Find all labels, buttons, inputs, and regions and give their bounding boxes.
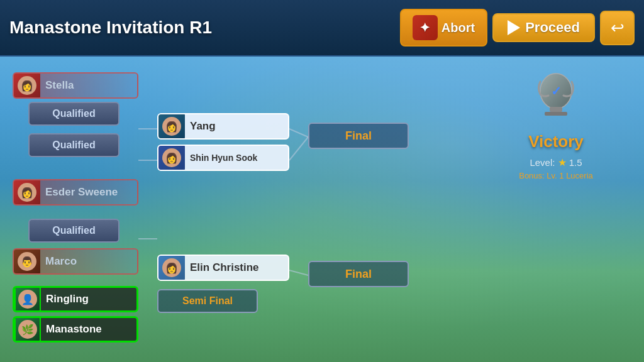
- qualified-label-1: Qualified: [52, 108, 95, 119]
- player-slot-manastone: 🌿 Manastone: [13, 316, 138, 343]
- victory-title: Victory: [487, 132, 625, 151]
- abort-icon: ✦: [413, 15, 438, 40]
- face-stella: 👩: [18, 76, 36, 95]
- face-ringling: 👤: [18, 290, 37, 309]
- play-icon: [508, 20, 520, 35]
- victory-level: Level: ★ 1.5: [487, 156, 625, 168]
- svg-line-3: [289, 129, 308, 137]
- qualified-badge-3: Qualified: [28, 219, 119, 243]
- svg-line-5: [289, 270, 308, 275]
- final-badge-2: Final: [308, 261, 409, 287]
- victory-bonus: Bonus: Lv. 1 Luceria: [487, 171, 625, 180]
- qualified-badge-1: Qualified: [28, 102, 119, 126]
- face-marco: 👨: [18, 252, 36, 271]
- svg-rect-8: [545, 112, 567, 116]
- level-value: 1.5: [569, 157, 582, 168]
- face-esder: 👩: [18, 183, 36, 202]
- final-label-1: Final: [345, 129, 372, 143]
- level-label: Level:: [530, 157, 555, 168]
- name-yang: Yang: [185, 120, 221, 133]
- header-buttons: ✦ Abort Proceed ↩: [400, 9, 635, 47]
- avatar-stella: 👩: [14, 72, 40, 99]
- trophy-icon: ✓: [531, 69, 581, 119]
- final-label-2: Final: [345, 268, 372, 281]
- main-content: 👩 Stella Qualified 👩 Yang Qualified 👩 Sh…: [0, 57, 644, 362]
- name-manastone: Manastone: [41, 323, 107, 336]
- qualified-label-2: Qualified: [52, 140, 95, 151]
- svg-rect-7: [550, 107, 562, 112]
- victory-panel: ✓ Victory Level: ★ 1.5 Bonus: Lv. 1 Luce…: [487, 69, 625, 180]
- player-slot-stella: 👩 Stella: [13, 72, 138, 99]
- semifinal-label: Semi Final: [182, 295, 233, 307]
- name-stella: Stella: [40, 79, 79, 92]
- name-ringling: Ringling: [41, 293, 94, 305]
- face-elin: 👩: [162, 258, 181, 277]
- name-esder: Esder Sweene: [40, 186, 123, 199]
- abort-button[interactable]: ✦ Abort: [400, 9, 487, 47]
- name-marco: Marco: [40, 255, 82, 268]
- player-slot-elin: 👩 Elin Christine: [157, 255, 289, 281]
- header-bar: Manastone Invitation R1 ✦ Abort Proceed …: [0, 0, 644, 57]
- player-slot-marco: 👨 Marco: [13, 248, 138, 275]
- player-slot-shin: 👩 Shin Hyun Sook: [157, 145, 289, 171]
- back-icon: ↩: [611, 18, 625, 38]
- qualified-badge-2: Qualified: [28, 133, 119, 157]
- abort-label: Abort: [441, 21, 475, 35]
- back-button[interactable]: ↩: [600, 11, 635, 45]
- page-title: Manastone Invitation R1: [9, 18, 400, 38]
- player-slot-esder: 👩 Esder Sweene: [13, 179, 138, 206]
- svg-text:✓: ✓: [551, 84, 562, 98]
- proceed-label: Proceed: [525, 19, 580, 36]
- avatar-esder: 👩: [14, 179, 40, 206]
- name-elin: Elin Christine: [185, 261, 264, 274]
- avatar-yang: 👩: [158, 113, 185, 140]
- star-icon: ★: [558, 157, 567, 168]
- victory-trophy: ✓: [528, 69, 584, 126]
- face-manastone: 🌿: [18, 320, 37, 339]
- svg-line-4: [289, 137, 308, 160]
- player-slot-yang: 👩 Yang: [157, 113, 289, 140]
- qualified-label-3: Qualified: [52, 225, 95, 236]
- semifinal-badge: Semi Final: [157, 289, 258, 313]
- proceed-button[interactable]: Proceed: [492, 13, 595, 42]
- face-shin: 👩: [162, 148, 181, 167]
- avatar-ringling: 👤: [14, 286, 41, 312]
- avatar-marco: 👨: [14, 248, 40, 275]
- name-shin: Shin Hyun Sook: [185, 153, 262, 163]
- avatar-elin: 👩: [158, 255, 185, 281]
- face-yang: 👩: [162, 117, 181, 136]
- avatar-manastone: 🌿: [14, 316, 41, 343]
- avatar-shin: 👩: [158, 145, 185, 171]
- final-badge-1: Final: [308, 123, 409, 149]
- player-slot-ringling: 👤 Ringling: [13, 286, 138, 312]
